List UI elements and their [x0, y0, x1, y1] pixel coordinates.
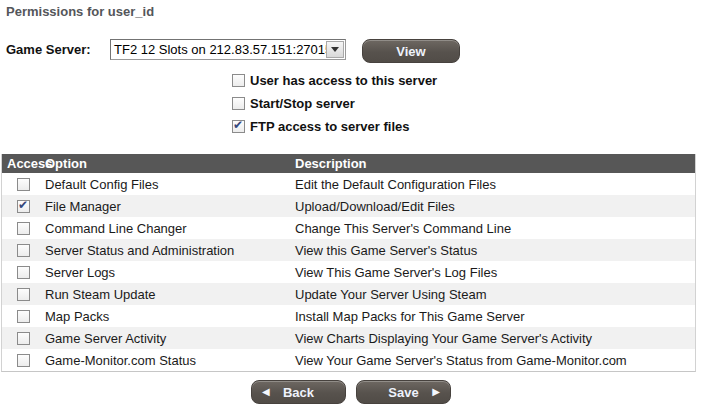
- page-title: Permissions for user_id: [6, 4, 154, 19]
- option-cell: Server Logs: [45, 265, 295, 280]
- description-cell: Upload/Download/Edit Files: [295, 199, 695, 214]
- game-server-select[interactable]: TF2 12 Slots on 212.83.57.151:27015: [110, 39, 346, 60]
- access-checkbox[interactable]: [17, 244, 30, 257]
- description-cell: View Charts Displaying Your Game Server'…: [295, 331, 695, 346]
- save-arrow-icon: ▶: [432, 387, 440, 397]
- description-cell: View this Game Server's Status: [295, 243, 695, 258]
- description-cell: Edit the Default Configuration Files: [295, 177, 695, 192]
- header-description: Description: [295, 156, 695, 171]
- description-cell: Install Map Packs for This Game Server: [295, 309, 695, 324]
- header-access: Access: [2, 156, 45, 171]
- server-permission-item: Start/Stop server: [232, 92, 437, 115]
- checkbox-label: User has access to this server: [250, 73, 437, 88]
- back-button[interactable]: ◀ Back: [251, 380, 346, 404]
- table-row: Server LogsView This Game Server's Log F…: [2, 261, 695, 283]
- access-checkbox[interactable]: [17, 266, 30, 279]
- table-row: Command Line ChangerChange This Server's…: [2, 217, 695, 239]
- table-body: Default Config FilesEdit the Default Con…: [2, 173, 695, 371]
- description-cell: Change This Server's Command Line: [295, 221, 695, 236]
- option-cell: Game-Monitor.com Status: [45, 353, 295, 368]
- server-permission-checkboxes: User has access to this serverStart/Stop…: [232, 69, 437, 138]
- option-cell: Command Line Changer: [45, 221, 295, 236]
- access-cell: [2, 222, 45, 235]
- save-button[interactable]: Save ▶: [356, 380, 451, 404]
- option-cell: Map Packs: [45, 309, 295, 324]
- header-option: Option: [45, 156, 295, 171]
- server-selector-row: Game Server: TF2 12 Slots on 212.83.57.1…: [6, 39, 346, 60]
- game-server-label: Game Server:: [6, 42, 110, 57]
- table-header-row: Access Option Description: [2, 154, 695, 173]
- access-checkbox[interactable]: [17, 310, 30, 323]
- checkbox[interactable]: [232, 74, 245, 87]
- access-checkbox[interactable]: [17, 200, 30, 213]
- footer-buttons: ◀ Back Save ▶: [0, 380, 702, 404]
- access-cell: [2, 200, 45, 213]
- description-cell: View Your Game Server's Status from Game…: [295, 353, 695, 368]
- permissions-table: Access Option Description Default Config…: [1, 154, 696, 372]
- table-row: Default Config FilesEdit the Default Con…: [2, 173, 695, 195]
- access-cell: [2, 332, 45, 345]
- access-checkbox[interactable]: [17, 222, 30, 235]
- table-row: Game-Monitor.com StatusView Your Game Se…: [2, 349, 695, 371]
- chevron-down-icon[interactable]: [326, 41, 344, 58]
- server-permission-item: FTP access to server files: [232, 115, 437, 138]
- option-cell: File Manager: [45, 199, 295, 214]
- option-cell: Default Config Files: [45, 177, 295, 192]
- access-checkbox[interactable]: [17, 288, 30, 301]
- access-cell: [2, 354, 45, 367]
- table-row: File ManagerUpload/Download/Edit Files: [2, 195, 695, 217]
- back-arrow-icon: ◀: [262, 387, 270, 397]
- back-button-label: Back: [283, 385, 314, 400]
- view-button[interactable]: View: [362, 39, 460, 63]
- view-button-label: View: [396, 44, 425, 59]
- description-cell: View This Game Server's Log Files: [295, 265, 695, 280]
- access-cell: [2, 288, 45, 301]
- table-row: Server Status and AdministrationView thi…: [2, 239, 695, 261]
- option-cell: Server Status and Administration: [45, 243, 295, 258]
- access-cell: [2, 310, 45, 323]
- access-cell: [2, 244, 45, 257]
- access-checkbox[interactable]: [17, 332, 30, 345]
- option-cell: Game Server Activity: [45, 331, 295, 346]
- option-cell: Run Steam Update: [45, 287, 295, 302]
- description-cell: Update Your Server Using Steam: [295, 287, 695, 302]
- table-row: Run Steam UpdateUpdate Your Server Using…: [2, 283, 695, 305]
- checkbox-label: Start/Stop server: [250, 96, 355, 111]
- table-row: Map PacksInstall Map Packs for This Game…: [2, 305, 695, 327]
- game-server-selected-value: TF2 12 Slots on 212.83.57.151:27015: [111, 42, 326, 57]
- permissions-page: Permissions for user_id Game Server: TF2…: [0, 0, 702, 409]
- server-permission-item: User has access to this server: [232, 69, 437, 92]
- checkbox-label: FTP access to server files: [250, 119, 409, 134]
- access-checkbox[interactable]: [17, 354, 30, 367]
- access-cell: [2, 178, 45, 191]
- checkbox[interactable]: [232, 97, 245, 110]
- save-button-label: Save: [388, 385, 418, 400]
- checkbox[interactable]: [232, 120, 245, 133]
- access-checkbox[interactable]: [17, 178, 30, 191]
- access-cell: [2, 266, 45, 279]
- table-row: Game Server ActivityView Charts Displayi…: [2, 327, 695, 349]
